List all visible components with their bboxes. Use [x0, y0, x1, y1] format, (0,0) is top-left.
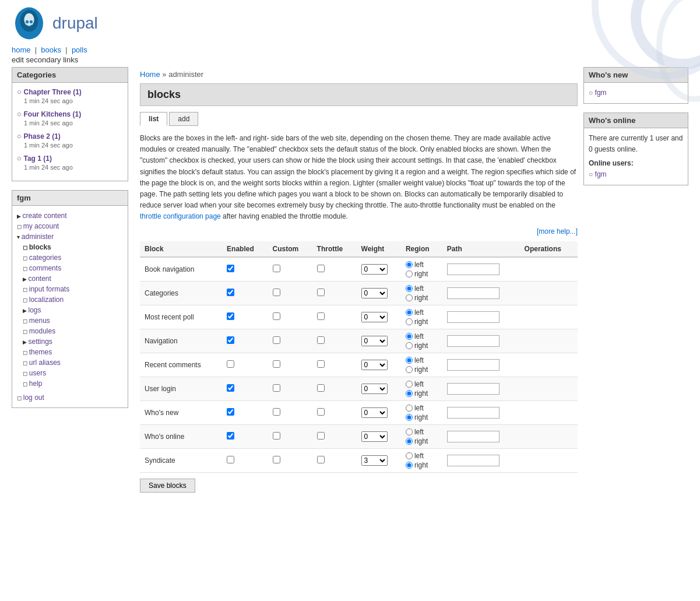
region-right-radio[interactable] [406, 294, 413, 301]
throttle-checkbox[interactable] [317, 265, 325, 272]
enabled-checkbox[interactable] [227, 289, 234, 296]
nav-help[interactable]: help [29, 379, 43, 388]
whos-new-user-link[interactable]: fgm [595, 89, 607, 97]
nav-administer[interactable]: administer [22, 233, 54, 241]
nav-categories[interactable]: categories [29, 254, 61, 262]
custom-checkbox[interactable] [273, 265, 280, 272]
region-left-radio[interactable] [406, 261, 413, 268]
save-blocks-button[interactable]: Save blocks [140, 479, 195, 493]
category-link[interactable]: Phase 2 (1) [23, 132, 60, 140]
path-input[interactable] [447, 311, 500, 323]
weight-select[interactable]: -1012345 [361, 360, 388, 370]
region-right-radio[interactable] [406, 390, 413, 397]
nav-themes[interactable]: themes [29, 348, 52, 356]
throttle-checkbox[interactable] [317, 360, 325, 368]
nav-input-formats[interactable]: input formats [29, 285, 69, 293]
throttle-checkbox[interactable] [317, 384, 325, 392]
custom-checkbox[interactable] [273, 384, 280, 392]
region-left-radio[interactable] [406, 405, 413, 412]
throttle-checkbox[interactable] [317, 336, 325, 344]
region-left-radio[interactable] [406, 309, 413, 316]
path-input[interactable] [447, 335, 500, 347]
path-input[interactable] [447, 383, 500, 395]
region-left-radio[interactable] [406, 381, 413, 388]
throttle-link[interactable]: throttle configuration page [140, 212, 221, 220]
region-right-radio[interactable] [406, 438, 413, 445]
enabled-checkbox[interactable] [227, 432, 234, 440]
region-right-radio[interactable] [406, 342, 413, 349]
nav-localization[interactable]: localization [29, 296, 64, 304]
category-link[interactable]: Four Kitchens (1) [23, 110, 81, 118]
nav-comments[interactable]: comments [29, 264, 61, 272]
category-link[interactable]: Chapter Three (1) [23, 88, 81, 96]
enabled-checkbox[interactable] [227, 312, 234, 320]
enabled-checkbox[interactable] [227, 456, 234, 463]
nav-url-aliases[interactable]: url aliases [29, 359, 61, 367]
throttle-checkbox[interactable] [317, 408, 325, 416]
weight-select[interactable]: -1012345 [361, 407, 388, 418]
weight-select[interactable]: -1012345 [361, 336, 388, 346]
region-right-radio[interactable] [406, 462, 413, 469]
weight-select[interactable]: -1012345 [361, 312, 388, 322]
path-input[interactable] [447, 407, 500, 419]
custom-checkbox[interactable] [273, 432, 280, 440]
nav-users[interactable]: users [29, 369, 46, 377]
custom-checkbox[interactable] [273, 289, 280, 296]
throttle-checkbox[interactable] [317, 289, 325, 296]
breadcrumb-home[interactable]: Home [140, 70, 160, 79]
category-link[interactable]: Tag 1 (1) [23, 154, 51, 163]
nav-create-content[interactable]: create content [23, 212, 67, 220]
secondary-links[interactable]: edit secondary links [12, 55, 78, 64]
custom-checkbox[interactable] [273, 360, 280, 368]
throttle-checkbox[interactable] [317, 432, 325, 440]
blocks-table: Block Enabled Custom Throttle Weight Reg… [140, 241, 578, 473]
region-left-radio[interactable] [406, 452, 413, 459]
weight-select[interactable]: -1012345 [361, 288, 388, 298]
nav-blocks[interactable]: blocks [29, 243, 51, 251]
nav-logout[interactable]: log out [23, 393, 44, 402]
tab-list[interactable]: list [140, 112, 167, 126]
enabled-checkbox[interactable] [227, 384, 234, 392]
nav-books[interactable]: books [41, 45, 61, 54]
enabled-checkbox[interactable] [227, 265, 234, 272]
nav-home[interactable]: home [12, 45, 31, 54]
nav-logs[interactable]: logs [29, 306, 41, 314]
path-input[interactable] [447, 431, 500, 442]
nav-my-account[interactable]: my account [23, 222, 59, 230]
weight-select[interactable]: -1012345 [361, 431, 388, 442]
weight-select[interactable]: -1012345 [361, 384, 388, 394]
nav-polls[interactable]: polls [72, 45, 87, 54]
enabled-checkbox[interactable] [227, 408, 234, 416]
weight-select[interactable]: -1012345 [361, 264, 388, 275]
enabled-checkbox[interactable] [227, 360, 234, 368]
region-left-radio[interactable] [406, 357, 413, 364]
operations-cell [520, 305, 578, 329]
more-help-link[interactable]: [more help...] [537, 227, 578, 236]
custom-checkbox[interactable] [273, 456, 280, 463]
table-row: Most recent poll-1012345 left right [140, 305, 578, 329]
throttle-checkbox[interactable] [317, 312, 325, 320]
region-left-radio[interactable] [406, 285, 413, 292]
path-input[interactable] [447, 287, 500, 299]
nav-settings[interactable]: settings [29, 338, 52, 346]
custom-checkbox[interactable] [273, 408, 280, 416]
nav-menus[interactable]: menus [29, 317, 50, 325]
path-input[interactable] [447, 359, 500, 371]
region-right-radio[interactable] [406, 414, 413, 421]
nav-modules[interactable]: modules [29, 327, 55, 335]
region-right-radio[interactable] [406, 318, 413, 325]
custom-checkbox[interactable] [273, 336, 280, 344]
custom-checkbox[interactable] [273, 312, 280, 320]
path-input[interactable] [447, 263, 500, 275]
region-right-radio[interactable] [406, 366, 413, 373]
tab-add[interactable]: add [169, 112, 198, 126]
online-user-link[interactable]: fgm [595, 170, 607, 178]
throttle-checkbox[interactable] [317, 456, 325, 463]
region-right-radio[interactable] [406, 270, 413, 277]
weight-select[interactable]: -1012345 [361, 455, 388, 466]
region-left-radio[interactable] [406, 333, 413, 340]
region-left-radio[interactable] [406, 428, 413, 435]
path-input[interactable] [447, 455, 500, 466]
nav-content[interactable]: content [29, 275, 51, 283]
enabled-checkbox[interactable] [227, 336, 234, 344]
